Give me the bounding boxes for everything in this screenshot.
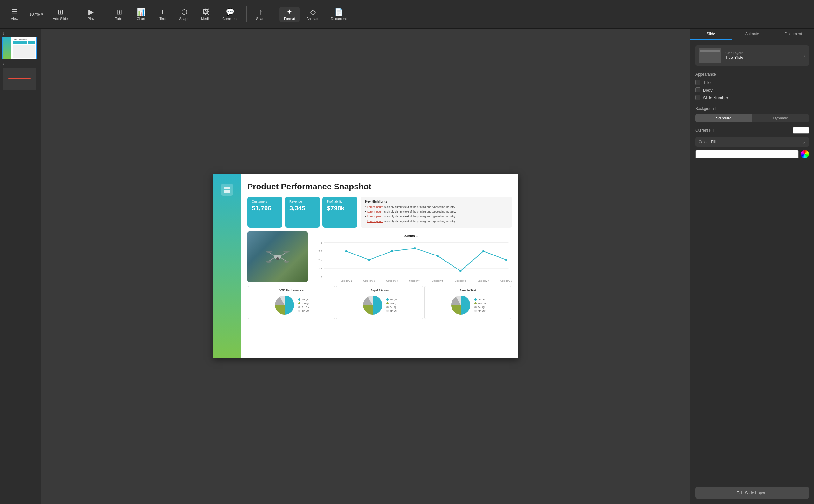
slide-sidebar (213, 174, 241, 358)
kpi-label-revenue: Revenue (289, 200, 315, 203)
slide[interactable]: Product Performance Snapshot Customers 5… (213, 174, 518, 358)
legend-label-4qtr-sa: 4th Qtr (478, 310, 485, 312)
divider-2 (105, 6, 105, 22)
pie-title-ytd: YTD Performance (251, 289, 332, 292)
slide-preview-2[interactable] (2, 67, 37, 90)
tab-slide[interactable]: Slide (690, 29, 732, 40)
option-label-title: Title (703, 80, 711, 85)
zoom-control[interactable]: 107% ▾ (27, 10, 46, 18)
top-content-row: Customers 51,796 Revenue 3,345 Profitabi… (247, 197, 512, 228)
bg-toggle-dynamic[interactable]: Dynamic (752, 114, 809, 122)
legend-dot-1qtr (298, 298, 300, 301)
legend-label-1qtr-sa: 1st Qtr (478, 298, 485, 301)
svg-text:2.5: 2.5 (318, 258, 322, 262)
color-wheel[interactable] (801, 150, 809, 158)
fill-row: Current Fill (695, 127, 809, 134)
pie-chart-sep22 (361, 294, 384, 316)
color-white-swatch[interactable] (695, 150, 799, 158)
svg-text:Category 2: Category 2 (363, 279, 375, 282)
svg-text:Category 4: Category 4 (409, 279, 421, 282)
appearance-option-slide-number[interactable]: Slide Number (695, 95, 809, 100)
fill-swatch[interactable] (793, 127, 809, 134)
legend-item-2qtr-sep22: 2nd Qtr (386, 302, 398, 305)
pie-content-sep22: 1st Qtr 2nd Qtr 3rd Qtr (339, 294, 420, 316)
chart-title: Series 1 (310, 234, 512, 238)
layout-meta: Slide Layout (725, 51, 800, 55)
legend-item-4qtr-sep22: 4th Qtr (386, 310, 398, 312)
svg-point-9 (265, 251, 272, 253)
legend-item-1qtr-sample: 1st Qtr (475, 298, 486, 301)
svg-point-30 (482, 250, 484, 252)
svg-point-12 (283, 261, 290, 263)
pie-section-sep22: Sep-22 Acres 1st Qtr (336, 286, 423, 319)
slide-preview-1[interactable]: Product Performance... (2, 37, 37, 59)
fill-type-row[interactable]: Colour Fill ⌄ (695, 137, 809, 147)
appearance-options: Title Body Slide Number (695, 80, 809, 100)
checkbox-body[interactable] (695, 87, 701, 92)
slide-thumb-2[interactable]: 2 (2, 63, 39, 90)
svg-point-11 (265, 261, 272, 263)
share-button[interactable]: ↑ Share (251, 7, 270, 22)
layout-thumb (699, 48, 722, 63)
svg-text:0: 0 (320, 276, 322, 279)
appearance-option-title[interactable]: Title (695, 80, 809, 85)
svg-point-27 (414, 247, 416, 249)
kpi-card-revenue: Revenue 3,345 (285, 197, 320, 228)
view-button[interactable]: ☰ View (5, 7, 24, 22)
slide-thumb-1[interactable]: 1 Product Performance... (2, 32, 39, 59)
kpi-value-customers: 51,796 (252, 205, 278, 212)
comment-button[interactable]: 💬 Comment (218, 7, 242, 22)
shape-button[interactable]: ⬡ Shape (174, 7, 194, 22)
svg-text:Category 5: Category 5 (432, 279, 443, 282)
appearance-title: Appearance (695, 72, 809, 77)
edit-layout-button[interactable]: Edit Slide Layout (695, 487, 809, 499)
appearance-option-body[interactable]: Body (695, 87, 809, 92)
background-toggle: Standard Dynamic (695, 114, 809, 122)
drone-icon (265, 247, 290, 266)
zoom-value: 107% (29, 12, 40, 17)
document-button[interactable]: 📄 Document (326, 7, 351, 22)
bg-toggle-standard[interactable]: Standard (695, 114, 752, 122)
tab-document[interactable]: Document (773, 29, 814, 40)
highlight-item-2: • Lorem Ipsum is simply dummy text of th… (365, 210, 508, 214)
svg-point-26 (391, 250, 393, 252)
chart-image-row: Series 1 5 3.8 (247, 231, 512, 282)
highlights-box: Key Highlights • Lorem Ipsum is simply d… (360, 197, 512, 228)
checkbox-title[interactable] (695, 80, 701, 85)
pie-section-sample: Sample Text 1st Qtr (425, 286, 511, 319)
legend-label-3qtr: 3rd Qtr (302, 306, 309, 309)
legend-label-2qtr: 2nd Qtr (302, 302, 310, 305)
format-button[interactable]: ✦ Format (279, 7, 299, 22)
add-slide-icon: ⊞ (58, 8, 63, 16)
legend-label-2qtr-sa: 2nd Qtr (478, 302, 486, 305)
chart-button[interactable]: 📊 Chart (131, 7, 150, 22)
legend-dot-1qtr-s (386, 298, 388, 301)
tab-animate[interactable]: Animate (732, 29, 773, 40)
document-icon: 📄 (334, 8, 343, 16)
drone-image (247, 231, 308, 282)
svg-rect-1 (227, 187, 230, 189)
appearance-section: Appearance Title Body Slide Number (695, 72, 809, 100)
slide-layout-preview[interactable]: Slide Layout Title Slide › (695, 45, 809, 66)
canvas-area: Product Performance Snapshot Customers 5… (41, 29, 690, 504)
highlight-item-3: • Lorem Ipsum is simply dummy text of th… (365, 215, 508, 218)
pie-legend-ytd: 1st Qtr 2nd Qtr 3rd Qtr (298, 298, 310, 312)
media-button[interactable]: 🖼 Media (196, 7, 215, 22)
text-button[interactable]: T Text (153, 7, 172, 22)
layout-name: Title Slide (725, 55, 800, 60)
play-button[interactable]: ▶ Play (81, 7, 100, 22)
checkbox-slide-number[interactable] (695, 95, 701, 100)
pie-content-sample: 1st Qtr 2nd Qtr 3rd Qtr (428, 294, 509, 316)
kpi-value-revenue: 3,345 (289, 205, 315, 212)
right-panel-tabs: Slide Animate Document (690, 29, 814, 40)
animate-button[interactable]: ◇ Animate (302, 7, 324, 22)
chart-icon: 📊 (137, 8, 145, 16)
add-slide-button[interactable]: ⊞ Add Slide (48, 7, 72, 22)
chart-area: 5 3.8 2.5 1.3 0 (310, 239, 512, 282)
table-button[interactable]: ⊞ Table (110, 7, 129, 22)
pie-legend-sep22: 1st Qtr 2nd Qtr 3rd Qtr (386, 298, 398, 312)
svg-rect-3 (227, 190, 230, 193)
svg-point-24 (345, 250, 347, 252)
fill-type-label: Colour Fill (699, 140, 716, 144)
legend-item-3qtr-ytd: 3rd Qtr (298, 306, 310, 309)
